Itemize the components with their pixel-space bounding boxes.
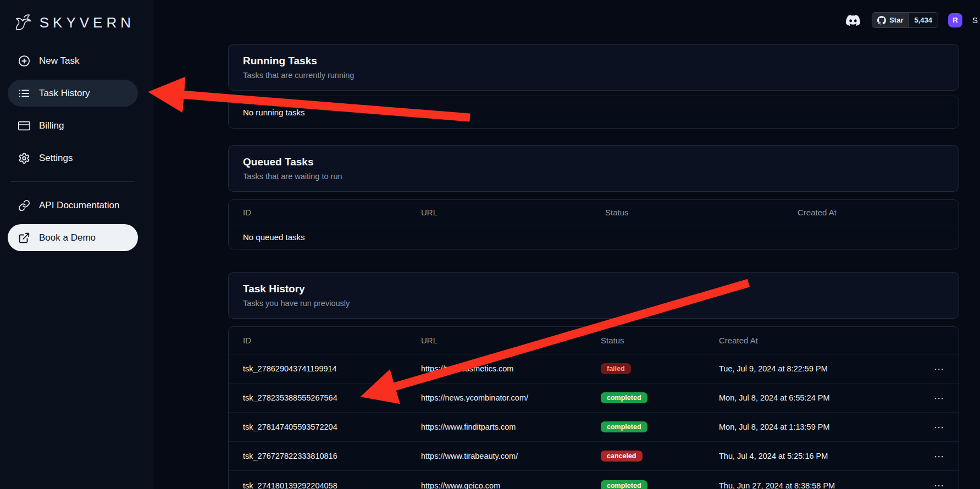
sidebar-item-label: New Task xyxy=(39,55,79,66)
sidebar-divider xyxy=(10,181,135,182)
sidebar: SKYVERN New Task Task History Billing Se… xyxy=(0,0,153,489)
column-created-at: Created At xyxy=(719,336,911,345)
skyvern-dragon-icon xyxy=(11,10,35,35)
table-row[interactable]: tsk_276727822333810816 https://www.tirab… xyxy=(229,442,959,471)
more-options-button[interactable]: ⋯ xyxy=(934,451,944,462)
github-star-button[interactable]: Star 5,434 xyxy=(872,12,938,28)
column-id: ID xyxy=(243,208,421,217)
queued-tasks-header: Queued Tasks Tasks that are waiting to r… xyxy=(228,145,959,192)
column-url: URL xyxy=(421,208,605,217)
discord-icon[interactable] xyxy=(844,13,862,27)
table-row[interactable]: tsk_278235388555267564 https://news.ycom… xyxy=(229,384,959,413)
sidebar-item-new-task[interactable]: New Task xyxy=(8,47,138,74)
running-tasks-empty: No running tasks xyxy=(228,96,959,129)
task-history-subtitle: Tasks you have run previously xyxy=(243,299,944,308)
running-tasks-title: Running Tasks xyxy=(243,55,944,67)
more-options-button[interactable]: ⋯ xyxy=(934,364,944,374)
brand-logo[interactable]: SKYVERN xyxy=(8,8,138,37)
task-id: tsk_274180139292204058 xyxy=(243,481,421,489)
column-id: ID xyxy=(243,336,421,345)
github-star-count: 5,434 xyxy=(908,13,938,27)
task-url: https://www.geico.com xyxy=(421,481,601,489)
sidebar-item-task-history[interactable]: Task History xyxy=(8,80,138,107)
task-url: https://news.ycombinator.com/ xyxy=(421,393,601,402)
queued-tasks-empty: No queued tasks xyxy=(229,225,959,249)
list-icon xyxy=(18,87,30,99)
link-icon xyxy=(18,199,30,212)
task-created-at: Mon, Jul 8, 2024 at 1:13:59 PM xyxy=(719,423,911,431)
sidebar-item-label: Settings xyxy=(39,153,73,164)
more-options-button[interactable]: ⋯ xyxy=(934,422,944,432)
task-id: tsk_276727822333810816 xyxy=(243,452,421,460)
task-url: https://www.finditparts.com xyxy=(421,423,601,431)
running-tasks-header: Running Tasks Tasks that are currently r… xyxy=(228,44,959,91)
task-id: tsk_278629043741199914 xyxy=(243,364,421,373)
sidebar-item-billing[interactable]: Billing xyxy=(8,112,138,139)
topbar: Star 5,434 R S xyxy=(844,12,980,28)
running-tasks-empty-text: No running tasks xyxy=(243,108,305,117)
more-options-button[interactable]: ⋯ xyxy=(934,393,944,403)
running-tasks-subtitle: Tasks that are currently running xyxy=(243,71,944,80)
status-badge: canceled xyxy=(601,451,643,462)
column-status: Status xyxy=(605,208,798,217)
column-status: Status xyxy=(601,336,719,345)
github-star-label: Star xyxy=(889,16,903,24)
task-url: https://www.tirabeauty.com/ xyxy=(421,452,601,460)
status-badge: completed xyxy=(601,421,647,432)
task-url: https://tartecosmetics.com xyxy=(421,364,601,373)
task-id: tsk_278147405593572204 xyxy=(243,423,421,431)
queued-tasks-subtitle: Tasks that are waiting to run xyxy=(243,172,944,181)
column-created-at: Created At xyxy=(798,208,944,217)
status-badge: failed xyxy=(601,363,631,374)
task-created-at: Mon, Jul 8, 2024 at 6:55:24 PM xyxy=(719,393,911,402)
github-icon xyxy=(877,16,886,25)
sidebar-item-api-documentation[interactable]: API Documentation xyxy=(8,192,138,219)
sidebar-item-label: API Documentation xyxy=(39,200,119,211)
queued-tasks-title: Queued Tasks xyxy=(243,156,944,168)
queued-tasks-table: ID URL Status Created At No queued tasks xyxy=(228,199,959,249)
clipped-username: S xyxy=(972,15,980,25)
sidebar-item-label: Task History xyxy=(39,88,90,99)
history-table-header: ID URL Status Created At xyxy=(229,327,959,354)
more-options-button[interactable]: ⋯ xyxy=(934,480,944,489)
task-history-title: Task History xyxy=(243,283,944,295)
table-row[interactable]: tsk_274180139292204058 https://www.geico… xyxy=(229,471,959,489)
task-history-table: ID URL Status Created At tsk_27862904374… xyxy=(228,326,959,489)
table-row[interactable]: tsk_278629043741199914 https://tartecosm… xyxy=(229,354,959,384)
credit-card-icon xyxy=(18,120,30,132)
status-badge: completed xyxy=(601,392,647,403)
column-url: URL xyxy=(421,336,601,345)
external-link-icon xyxy=(18,232,30,244)
task-created-at: Thu, Jun 27, 2024 at 8:38:58 PM xyxy=(719,481,911,489)
table-row[interactable]: tsk_278147405593572204 https://www.findi… xyxy=(229,413,959,442)
task-history-header: Task History Tasks you have run previous… xyxy=(228,272,959,319)
sidebar-item-book-a-demo[interactable]: Book a Demo xyxy=(8,224,138,251)
sidebar-item-label: Billing xyxy=(39,120,64,131)
gear-icon xyxy=(18,152,30,164)
plus-circle-icon xyxy=(18,55,30,67)
task-created-at: Tue, Jul 9, 2024 at 8:22:59 PM xyxy=(719,364,911,373)
sidebar-item-label: Book a Demo xyxy=(39,232,96,243)
queued-table-header: ID URL Status Created At xyxy=(229,200,959,225)
sidebar-item-settings[interactable]: Settings xyxy=(8,145,138,171)
task-created-at: Thu, Jul 4, 2024 at 5:25:16 PM xyxy=(719,452,911,460)
avatar-letter: R xyxy=(953,16,957,24)
brand-name: SKYVERN xyxy=(40,14,135,31)
avatar[interactable]: R xyxy=(948,13,962,27)
task-id: tsk_278235388555267564 xyxy=(243,393,421,402)
status-badge: completed xyxy=(601,480,647,489)
queued-tasks-empty-text: No queued tasks xyxy=(243,232,305,242)
